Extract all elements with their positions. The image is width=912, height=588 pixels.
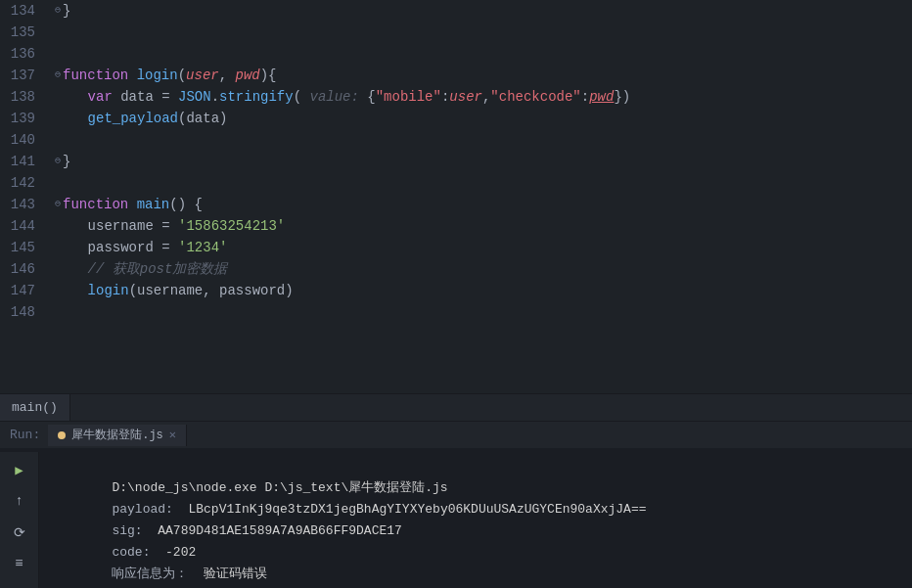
run-content: ▶ ↑ ⟳ ≡ ☐ ⊟ D:\node_js\node.exe D:\js_te… [0,448,912,588]
output-cmd-text: D:\node_js\node.exe D:\js_text\犀牛数据登陆.js [112,480,447,495]
run-scroll-button[interactable]: ≡ [8,552,31,575]
code-line-135 [55,22,912,43]
code-line-148 [55,301,912,323]
run-tab-filename: 犀牛数据登陆.js [71,427,163,443]
code-line-142 [55,172,912,194]
editor-tab-bar: main() [0,393,912,421]
run-clear-button[interactable]: ☐ [8,583,31,588]
code-line-147: login(username, password) [55,280,912,301]
code-line-141: ⊖} [55,151,912,172]
code-container: 134 135 136 137 138 139 140 141 142 143 … [0,0,912,393]
code-line-146: // 获取post加密数据 [55,258,912,280]
run-sidebar: ▶ ↑ ⟳ ≡ ☐ ⊟ [0,452,39,588]
code-line-140 [55,129,912,151]
editor-area: 134 135 136 137 138 139 140 141 142 143 … [0,0,912,421]
editor-tab-label: main() [12,400,58,415]
output-payload-key: payload: [112,502,188,517]
run-tab[interactable]: 犀牛数据登陆.js ✕ [48,425,187,446]
code-line-137: ⊖function login(user, pwd){ [55,65,912,86]
run-stop-button[interactable]: ↑ [8,489,31,513]
output-response-key: 响应信息为： [112,566,204,581]
code-lines: ⊖} ⊖function login(user, pwd){ var data … [47,0,912,393]
run-tab-close[interactable]: ✕ [169,428,176,442]
output-code-key: code: [112,545,165,560]
run-tab-dot [58,431,66,439]
code-line-145: password = '1234' [55,237,912,258]
run-play-button[interactable]: ▶ [8,458,31,481]
code-line-143: ⊖function main() { [55,194,912,215]
code-line-139: get_payload(data) [55,108,912,129]
output-sig-val: AA789D481AE1589A7A9AB66FF9DACE17 [158,523,402,538]
run-label: Run: [10,428,40,442]
output-response-val: 验证码错误 [204,566,267,581]
code-line-136 [55,43,912,65]
output-line-cmd: D:\node_js\node.exe D:\js_text\犀牛数据登陆.js [51,456,900,477]
run-header: Run: 犀牛数据登陆.js ✕ [0,421,912,448]
editor-tab-main[interactable]: main() [0,394,70,422]
output-code-val: -202 [165,545,196,560]
output-sig-key: sig: [112,523,158,538]
line-numbers: 134 135 136 137 138 139 140 141 142 143 … [0,0,47,393]
code-line-138: var data = JSON.stringify( value: {"mobi… [55,86,912,108]
run-output: D:\node_js\node.exe D:\js_text\犀牛数据登陆.js… [39,452,912,588]
code-line-134: ⊖} [55,0,912,22]
run-panel: Run: 犀牛数据登陆.js ✕ ▶ ↑ ⟳ ≡ ☐ ⊟ D:\node_js\… [0,421,912,588]
run-rerun-button[interactable]: ⟳ [8,520,31,544]
code-line-144: username = '15863254213' [55,215,912,237]
output-payload-val: LBcpV1InKj9qe3tzDX1jegBhAgYIYXYeby06KDUu… [188,502,646,517]
